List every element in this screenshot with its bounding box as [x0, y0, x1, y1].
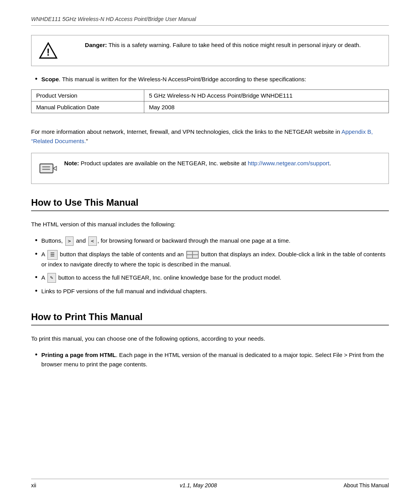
spec-label-1: Product Version — [32, 90, 144, 102]
bullet-pdf-text: Links to PDF versions of the full manual… — [41, 287, 389, 296]
scope-intro: . This manual is written for the Wireles… — [59, 76, 306, 82]
note-text: Note: Product updates are available on t… — [64, 159, 382, 168]
section-print-manual: How to Print This Manual To print this m… — [31, 308, 389, 373]
spec-value-1: 5 GHz Wireless-N HD Access Point/Bridge … — [144, 90, 389, 102]
bullet-kb-text: A ✎ button to access the full NETGEAR, I… — [41, 273, 389, 283]
footer-section: About This Manual — [334, 482, 389, 488]
svg-rect-2 — [40, 164, 53, 173]
info-paragraph: For more information about network, Inte… — [31, 127, 389, 146]
section-use-manual: How to Use This Manual The HTML version … — [31, 193, 389, 300]
note-body-before: Product updates are available on the NET… — [79, 160, 248, 166]
note-icon — [38, 159, 58, 178]
footer-page-num: xii — [31, 482, 62, 488]
scope-bullet: • Scope. This manual is written for the … — [31, 75, 389, 84]
table-row: Manual Publication Date May 2008 — [32, 102, 389, 113]
svg-marker-3 — [53, 166, 56, 171]
info-text-before: For more information about network, Inte… — [31, 128, 341, 135]
danger-text: Danger: This is a safety warning. Failur… — [64, 41, 382, 50]
section1-heading: How to Use This Manual — [31, 197, 389, 211]
page-footer: xii v1.1, May 2008 About This Manual — [31, 479, 389, 488]
bullet-print-text: Printing a page from HTML. Each page in … — [41, 350, 389, 369]
section2-heading: How to Print This Manual — [31, 312, 389, 326]
section2-intro: To print this manual, you can choose one… — [31, 334, 389, 343]
index-btn — [186, 251, 199, 259]
back-btn: < — [88, 236, 97, 246]
footer-version: v1.1, May 2008 — [62, 482, 334, 488]
toc-btn: ☰ — [47, 250, 58, 260]
bullet-print-html: • Printing a page from HTML. Each page i… — [31, 350, 389, 369]
bullet-dot: • — [35, 75, 37, 82]
bullet-dot-2: • — [35, 250, 37, 257]
danger-body: This is a safety warning. Failure to tak… — [108, 42, 361, 48]
bullet-buttons-text: Buttons, > and <, for browsing forward o… — [41, 236, 389, 246]
header-title: WNHDE111 5GHz Wireless-N HD Access Point… — [31, 16, 196, 22]
note-label: Note: — [64, 160, 79, 166]
danger-label: Danger: — [85, 42, 107, 48]
section1-intro: The HTML version of this manual includes… — [31, 220, 389, 229]
svg-text:!: ! — [47, 47, 50, 58]
scope-section: • Scope. This manual is written for the … — [31, 75, 389, 121]
bullet-dot-4: • — [35, 287, 37, 294]
scope-bold: Scope — [41, 76, 59, 82]
print-html-bold: Printing a page from HTML — [41, 352, 116, 358]
spec-table: Product Version 5 GHz Wireless-N HD Acce… — [31, 89, 389, 113]
bullet-buttons: • Buttons, > and <, for browsing forward… — [31, 236, 389, 246]
forward-btn: > — [65, 236, 74, 246]
page-header: WNHDE111 5GHz Wireless-N HD Access Point… — [31, 16, 389, 26]
note-body-after: . — [329, 160, 331, 166]
spec-value-2: May 2008 — [144, 102, 389, 113]
note-box: Note: Product updates are available on t… — [31, 153, 389, 184]
info-text-after: ” — [86, 138, 88, 144]
danger-icon: ! — [38, 41, 58, 60]
bullet-kb: • A ✎ button to access the full NETGEAR,… — [31, 273, 389, 283]
scope-text: Scope. This manual is written for the Wi… — [41, 75, 389, 84]
spec-label-2: Manual Publication Date — [32, 102, 144, 113]
table-row: Product Version 5 GHz Wireless-N HD Acce… — [32, 90, 389, 102]
bullet-pdf: • Links to PDF versions of the full manu… — [31, 287, 389, 296]
netgear-link[interactable]: http://www.netgear.com/support — [248, 160, 329, 166]
bullet-dot-5: • — [35, 351, 37, 358]
bullet-toc: • A ☰ button that displays the table of … — [31, 250, 389, 269]
bullet-dot-1: • — [35, 237, 37, 244]
danger-box: ! Danger: This is a safety warning. Fail… — [31, 35, 389, 66]
bullet-dot-3: • — [35, 274, 37, 281]
kb-btn: ✎ — [47, 273, 56, 283]
bullet-toc-text: A ☰ button that displays the table of co… — [41, 250, 389, 269]
